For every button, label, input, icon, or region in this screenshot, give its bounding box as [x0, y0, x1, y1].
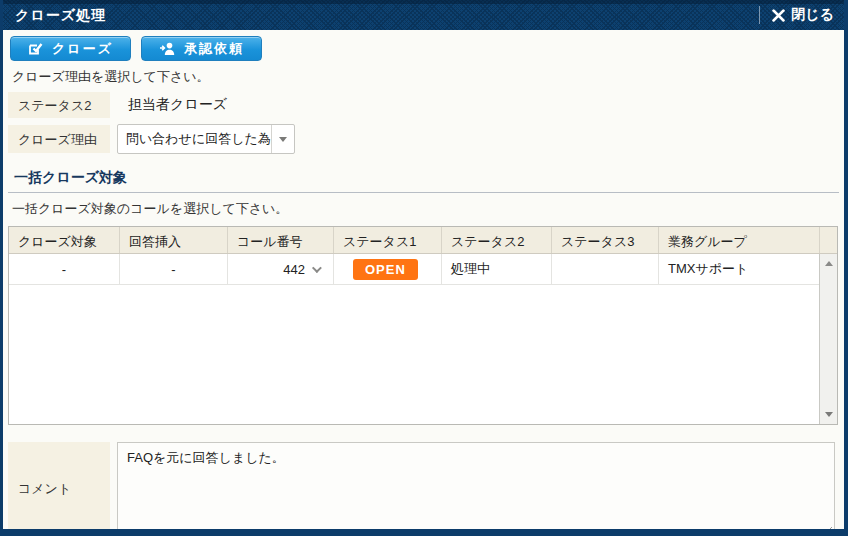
section-divider: [8, 192, 839, 193]
cell-status1: OPEN: [333, 254, 441, 284]
cell-answer-insert: -: [119, 254, 227, 284]
window-title: クローズ処理: [15, 5, 106, 25]
column-header-business-group: 業務グループ: [658, 227, 819, 253]
table-body-area: - - 442 OPEN 処理中 TMXサポート: [9, 254, 837, 424]
chevron-down-icon[interactable]: [271, 125, 294, 153]
comment-textarea[interactable]: FAQを元に回答しました。: [117, 442, 835, 536]
table-body: - - 442 OPEN 処理中 TMXサポート: [9, 254, 819, 424]
approval-request-button[interactable]: 承認依頼: [141, 36, 262, 61]
status2-value: 担当者クローズ: [128, 96, 227, 114]
cell-business-group: TMXサポート: [658, 254, 819, 284]
chevron-down-icon: [312, 263, 322, 273]
edit-check-icon: [28, 42, 44, 56]
close-action-label: クローズ: [52, 40, 113, 58]
cell-close-target: -: [9, 254, 119, 284]
comment-label: コメント: [8, 442, 110, 536]
toolbar: クローズ 承認依頼: [10, 36, 844, 61]
triangle-up-icon[interactable]: [825, 261, 833, 266]
status2-row: ステータス2 担当者クローズ: [8, 92, 844, 118]
close-action-button[interactable]: クローズ: [10, 36, 131, 61]
status2-label: ステータス2: [8, 92, 110, 118]
call-number-value: 442: [283, 262, 305, 277]
column-header-answer-insert: 回答挿入: [119, 227, 227, 253]
column-header-status2: ステータス2: [441, 227, 551, 253]
bulk-close-table: クローズ対象 回答挿入 コール番号 ステータス1 ステータス2 ステータス3 業…: [8, 226, 838, 425]
x-icon: [772, 9, 785, 22]
window-close-button[interactable]: 閉じる: [772, 6, 834, 24]
close-reason-row: クローズ理由 問い合わせに回答した為: [8, 124, 844, 154]
column-header-status1: ステータス1: [333, 227, 441, 253]
close-reason-instruction: クローズ理由を選択して下さい。: [12, 68, 844, 86]
column-header-close-target: クローズ対象: [9, 227, 119, 253]
close-reason-selected-value: 問い合わせに回答した為: [118, 130, 271, 148]
close-process-dialog: クローズ処理 閉じる クローズ: [0, 0, 848, 536]
close-reason-select[interactable]: 問い合わせに回答した為: [117, 124, 295, 154]
user-arrow-icon: [159, 42, 176, 56]
bulk-close-instruction: 一括クローズ対象のコールを選択して下さい。: [12, 200, 844, 218]
triangle-down-icon[interactable]: [825, 412, 833, 417]
table-header-row: クローズ対象 回答挿入 コール番号 ステータス1 ステータス2 ステータス3 業…: [9, 227, 837, 254]
header-scrollbar-spacer: [819, 227, 837, 253]
close-reason-label: クローズ理由: [8, 125, 110, 153]
cell-status3: [551, 254, 658, 284]
titlebar: クローズ処理 閉じる: [3, 0, 844, 30]
comment-box: FAQを元に回答しました。: [117, 442, 835, 536]
cell-status2: 処理中: [441, 254, 551, 284]
status-badge: OPEN: [353, 259, 418, 280]
bulk-close-section-title: 一括クローズ対象: [14, 169, 844, 187]
approval-request-label: 承認依頼: [184, 40, 244, 58]
table-vertical-scrollbar[interactable]: [819, 254, 837, 424]
column-header-status3: ステータス3: [551, 227, 658, 253]
table-row[interactable]: - - 442 OPEN 処理中 TMXサポート: [9, 254, 819, 285]
titlebar-divider: [759, 6, 760, 24]
comment-row: コメント FAQを元に回答しました。: [8, 442, 844, 536]
window-close-label: 閉じる: [791, 6, 834, 24]
column-header-call-number: コール番号: [227, 227, 333, 253]
cell-call-number[interactable]: 442: [227, 254, 333, 284]
